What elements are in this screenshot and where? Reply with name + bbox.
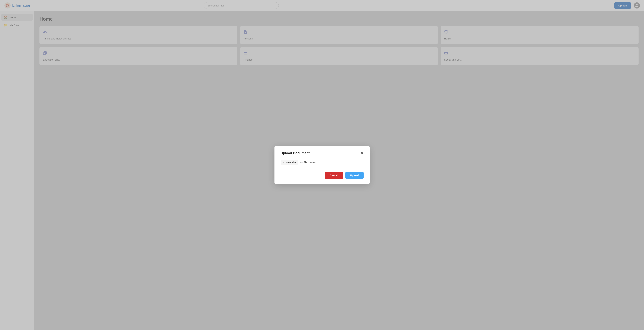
modal-overlay: Upload Document ✕ Choose File No file ch…	[0, 0, 644, 330]
cancel-button[interactable]: Cancel	[325, 172, 343, 179]
modal-upload-button[interactable]: Upload	[346, 172, 364, 179]
modal-close-button[interactable]: ✕	[360, 152, 364, 155]
modal-actions: Cancel Upload	[280, 172, 364, 179]
modal-title: Upload Document	[280, 151, 310, 155]
choose-file-button[interactable]: Choose File	[280, 160, 298, 165]
modal-header: Upload Document ✕	[280, 151, 364, 155]
file-name-label: No file chosen	[298, 161, 316, 164]
modal-file-row: Choose File No file chosen	[280, 160, 364, 165]
upload-modal: Upload Document ✕ Choose File No file ch…	[274, 146, 370, 184]
